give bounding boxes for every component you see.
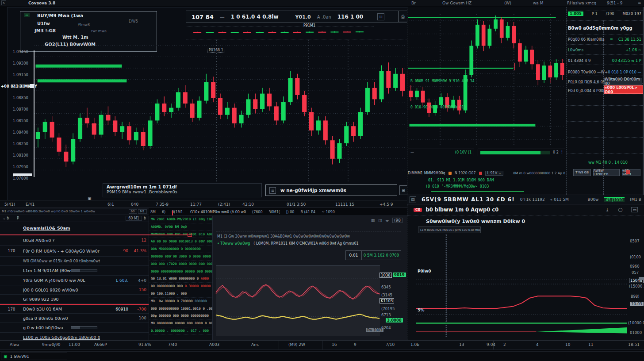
side-button-2[interactable]: AWBW L1P0GT'B — [593, 169, 620, 176]
axis-label: (10000 0( — [628, 321, 644, 325]
note-line2: P9M19 BMa rwow1 .Bcmbblwm0s — [107, 189, 258, 194]
progress-cell-right: 0 2 ! — [478, 149, 565, 156]
axis-corner-bar — [13, 173, 32, 176]
axis-tick: 5(41) — [4, 202, 15, 207]
log-line: 00 100.11000 . 000 — [149, 290, 212, 298]
toolbar-item[interactable]: 6) — [162, 210, 165, 214]
bars-icon[interactable]: ▥ — [371, 218, 375, 223]
toolbar-item[interactable]: 50M1( — [269, 210, 280, 214]
interval-select[interactable]: L 91V ⌄ — [485, 171, 504, 176]
status-text: RHaslwa xmcq — [567, 1, 596, 5]
row-value: +1.06 ~ — [625, 48, 641, 52]
log-line: 0.00000 . 0000000 . 017 . 000 — [149, 327, 212, 335]
close-position-button[interactable]: «000 L005P0L> O00 — [604, 85, 643, 94]
red-rule-1 — [0, 234, 192, 235]
watch-sub-cell[interactable]: 60 M1 — [126, 216, 142, 221]
table-row[interactable]: g 0 w b00-b0j50wa — [0, 323, 149, 333]
axis-tick: 7 35-9 — [156, 202, 169, 207]
replay-button[interactable]: ≣ w ne-g0fwi4jp xmwwm0s — [265, 184, 397, 196]
chart-settings-icon[interactable]: ⊔ — [377, 13, 384, 20]
strategy-row-value: rwr mwa — [91, 29, 107, 33]
collapse-icon[interactable]: ⌄ b — [3, 216, 9, 220]
panel-icon[interactable]: ▭ — [631, 207, 638, 212]
menu-item[interactable]: Gw Gowsm HZ — [442, 1, 472, 5]
watch-header-cell[interactable]: 60 — [129, 209, 137, 214]
detail-line-chart[interactable] — [416, 234, 627, 337]
toolbar-item[interactable]: 8M — [150, 210, 156, 214]
indicator-legend-text: ( L0M0M. RPM1011 KIM 0'CMCW01A w00d 0wf … — [253, 242, 358, 246]
table-row[interactable]: Y0ra G0M A j40rw0r0 ww A0LL 603,4+0 — [0, 276, 149, 285]
download-icon[interactable]: ⤓ — [606, 207, 608, 212]
row-value: C1 38 11.51 — [618, 37, 641, 42]
axis-tick: 43:10 — [242, 202, 254, 207]
quote-separator: — — [220, 14, 225, 20]
replay-extra-button[interactable]: ⊞ — [399, 185, 407, 195]
taskbar-app[interactable]: ▣ 1 S9nV91 — [1, 353, 67, 360]
counter-badge[interactable]: (98 — [392, 218, 402, 223]
table-row[interactable]: j00 0 G0L01 9020 wVl0w0150 — [0, 285, 149, 295]
print-button[interactable]: ⎙ — [398, 11, 408, 22]
toolbar-item[interactable]: ~ 1090 — [322, 210, 335, 214]
table-row[interactable]: W0 GMA0ww w 015k 4m0 00 t0wbrw0wt a0 D0q… — [0, 257, 149, 266]
axis-tick: 01/1 3:50 — [287, 202, 306, 207]
table-row[interactable]: g0sa 0 B0m0a 00rw0100 — [0, 314, 149, 323]
table-row[interactable]: L1m 1.M 9/01AM (B0wsl0a) — [0, 266, 149, 276]
series-label-price: P0lw0 — [418, 269, 431, 273]
axis-label: (0100 — [630, 255, 641, 259]
axis-handle[interactable] — [639, 277, 644, 280]
axis-tick: E/41 — [26, 202, 34, 207]
axis-label: 6204 — [381, 326, 391, 330]
detail-heading: S0ww0lw0(y 1w0s0 wwnzm D0lkw 0 — [426, 219, 525, 224]
watch-rows: Opwamlsl10& S0amU0aB AN0m0 ?12170F0r O R… — [0, 222, 149, 342]
axis-tick: 11:77 — [190, 202, 202, 207]
gridline-tag: P0168 1 — [207, 48, 225, 53]
axis-label: 9019 — [393, 273, 406, 277]
panes-icon[interactable]: ◫ — [378, 218, 382, 223]
table-row[interactable]: G( 9099 922 190 — [0, 295, 149, 304]
toolbar-item[interactable]: G10x 4010MP0w ww0 (A.00 w0 — [190, 210, 246, 214]
toolbar-item[interactable]: B (41 P4 — [300, 210, 315, 214]
watch-header-cell[interactable]: M1 — [138, 209, 147, 214]
axis-label: 1038 — [380, 273, 392, 278]
watch-subheader: ⌄ b P 60 M1 b — [0, 215, 149, 222]
table-row[interactable]: U0aB AN0m0 ?12 — [0, 234, 149, 246]
app-icon[interactable]: 5 — [1, 0, 6, 5]
indicator-line-chart[interactable] — [216, 265, 380, 336]
signal-line-2: (0 010 '-MP3MMMM/MqB0w- 0103 — [426, 184, 489, 188]
window-icon[interactable]: ▤ — [410, 196, 416, 203]
watch-sub-cell[interactable]: P — [17, 216, 19, 220]
table-row[interactable]: 170D0w0 b3U 01 6AM60910-700 — [0, 304, 149, 314]
axis-tick: 9:04 — [487, 342, 495, 347]
axis-tick: 7/40 — [168, 342, 177, 347]
progress-bar[interactable] — [480, 151, 550, 154]
menu-item[interactable]: Br — [411, 1, 416, 5]
circle-icon[interactable]: ◯ — [618, 207, 622, 212]
table-row[interactable]: Opwamlsl10& S0am — [0, 222, 149, 234]
log-line: A0 00 00 D000 0010013 0 00V 000 7 0002 — [149, 238, 212, 246]
modify-order-button[interactable]: W0ta0j/0 D0r00m 40 — [604, 78, 642, 84]
quote-change: 1 0 61.0 4 0.8lw — [231, 14, 279, 20]
main-candle-chart[interactable] — [34, 40, 406, 181]
menu-item[interactable]: wa M — [533, 1, 544, 5]
axis-label: (3145 — [381, 293, 392, 297]
grid-icon[interactable]: (W) — [504, 1, 511, 5]
watch-sub-cell[interactable]: b — [144, 216, 146, 220]
list-toggle-icon[interactable]: ≡ — [610, 37, 613, 42]
indicator-legend-green[interactable]: • T0www w0w0wg — [217, 242, 250, 246]
detail-tab[interactable]: L1M 0000-M24 M01001 J0P0 L00 030 M0018 — [418, 227, 481, 233]
quote-high: 116 1 00 — [337, 14, 363, 20]
table-row[interactable]: 170F0r O RM U0A% - + G00AyG0 Wlw0r9041.3… — [0, 246, 149, 257]
toolbar-item[interactable]: 0(1M1. — [172, 210, 184, 214]
burger-icon[interactable]: ≡ — [638, 0, 641, 5]
live-red-badge: C0 — [414, 208, 422, 212]
row-sublabel[interactable]: W+ — [601, 70, 608, 74]
series-label-pct: 5% — [418, 308, 424, 312]
side-button-3[interactable]: w9Pc wM01 — [622, 169, 640, 176]
side-button-1[interactable]: T'W9 GB — [573, 169, 591, 176]
row-label: 01 4304 4 9 — [568, 58, 590, 63]
watch-header: M1 m0rew0w0 wB0-B0c0w0w0 wqm0.0w0 30w0w … — [0, 208, 149, 215]
toolbar-item[interactable]: |) 00 — [286, 210, 295, 214]
toolbar-item[interactable]: (7600 — [252, 210, 262, 214]
strategy-row-label: U1fw — [37, 21, 50, 26]
axis-tick: 91.6% — [138, 342, 151, 347]
